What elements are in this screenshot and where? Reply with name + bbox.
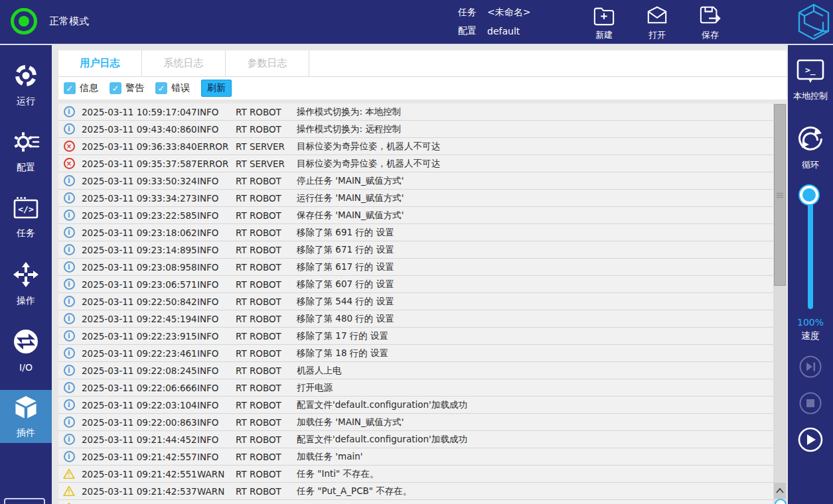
scroll-to-top-button[interactable] xyxy=(774,483,786,499)
log-level: INFO xyxy=(197,365,236,376)
log-scrollbar[interactable] xyxy=(773,103,787,504)
sidebar-item-task[interactable]: </> 任务 xyxy=(0,191,52,244)
log-row[interactable]: 2025-03-11 09:22:50:842 INFO RT ROBOT 移除… xyxy=(58,293,787,310)
loop-label: 循环 xyxy=(788,159,833,171)
info-icon xyxy=(64,261,75,273)
loop-item[interactable]: 循环 xyxy=(788,123,833,171)
sidebar-item-plugin[interactable]: 插件 xyxy=(0,390,52,443)
log-row[interactable]: 2025-03-11 09:22:00:863 INFO RT ROBOT 加载… xyxy=(58,414,787,431)
log-row[interactable]: 2025-03-11 09:22:45:194 INFO RT ROBOT 移除… xyxy=(58,310,787,328)
log-time: 2025-03-11 09:21:42:551 xyxy=(82,469,196,479)
log-level: INFO xyxy=(197,452,236,462)
tab-system-log[interactable]: 系统日志 xyxy=(142,50,226,76)
tab-parameter-log[interactable]: 参数日志 xyxy=(226,50,309,76)
log-row[interactable]: 2025-03-11 09:33:34:273 INFO RT ROBOT 运行… xyxy=(58,190,787,207)
log-row[interactable]: 2025-03-11 09:36:33:840 ERROR RT SERVER … xyxy=(58,138,787,155)
checkbox-checked-icon xyxy=(155,82,167,94)
log-row-partial: ! xyxy=(58,500,787,504)
log-row[interactable]: 2025-03-11 09:22:03:104 INFO RT ROBOT 配置… xyxy=(58,397,787,414)
sidebar-item-label: 操作 xyxy=(17,295,35,307)
speed-label: 速度 xyxy=(788,330,833,342)
log-level: INFO xyxy=(197,383,236,393)
log-row[interactable]: 2025-03-11 09:35:37:587 ERROR RT SERVER … xyxy=(58,155,787,172)
info-icon xyxy=(64,451,75,462)
log-level: ERROR xyxy=(197,158,236,169)
sidebar-item-label: 任务 xyxy=(17,227,35,239)
log-row[interactable]: 2025-03-11 09:22:23:915 INFO RT ROBOT 移除… xyxy=(58,328,787,345)
sidebar-item-config[interactable]: 配置 xyxy=(0,125,52,178)
log-source: RT ROBOT xyxy=(236,400,297,410)
log-source: RT ROBOT xyxy=(236,210,297,221)
log-time: 2025-03-11 09:23:14:895 xyxy=(82,245,196,255)
filter-error-checkbox[interactable]: 错误 xyxy=(155,82,190,94)
sidebar-item-io[interactable]: I/O xyxy=(0,324,52,377)
log-row[interactable]: 2025-03-11 09:22:06:666 INFO RT ROBOT 打开… xyxy=(58,379,787,397)
sidebar-item-jog[interactable]: 操作 xyxy=(0,257,52,310)
log-row[interactable]: 2025-03-11 09:43:40:860 INFO RT ROBOT 操作… xyxy=(58,121,787,138)
log-level: INFO xyxy=(197,400,236,410)
log-time: 2025-03-11 09:22:08:245 xyxy=(82,365,196,376)
log-time: 2025-03-11 09:23:08:958 xyxy=(82,262,196,273)
stop-button[interactable] xyxy=(799,392,822,417)
save-button[interactable]: 保存 xyxy=(692,5,729,41)
log-row[interactable]: ! 2025-03-11 09:21:42:537 WARN RT ROBOT … xyxy=(58,483,787,500)
info-icon xyxy=(64,313,75,324)
log-source: RT ROBOT xyxy=(236,469,297,479)
log-row[interactable]: 2025-03-11 09:23:22:585 INFO RT ROBOT 保存… xyxy=(58,207,787,224)
log-row[interactable]: 2025-03-11 09:21:44:452 INFO RT ROBOT 配置… xyxy=(58,431,787,448)
info-icon xyxy=(64,244,75,255)
refresh-button[interactable]: 刷新 xyxy=(201,80,232,97)
partial-scroll-badge xyxy=(775,499,787,504)
config-gear-icon xyxy=(12,129,40,157)
new-button-label: 新建 xyxy=(595,29,613,41)
log-row[interactable]: 2025-03-11 09:23:08:958 INFO RT ROBOT 移除… xyxy=(58,259,787,276)
robot-control-app: 正常模式 任务 <未命名> 配置 default 新建 xyxy=(0,0,833,504)
log-time: 2025-03-11 09:23:22:585 xyxy=(82,210,196,221)
log-message: 任务 "Put_A_PCB" 不存在。 xyxy=(297,485,787,497)
log-row[interactable]: 2025-03-11 10:59:17:047 INFO RT ROBOT 操作… xyxy=(58,103,787,121)
speed-slider-handle[interactable] xyxy=(800,186,818,204)
open-button[interactable]: 打开 xyxy=(639,5,676,41)
brand-cube-logo xyxy=(796,2,832,44)
log-message: 移除了第 671 行的 设置 xyxy=(297,244,787,256)
scrollbar-thumb[interactable] xyxy=(774,104,786,286)
sidebar-item-run[interactable]: 运行 xyxy=(0,58,52,111)
info-icon xyxy=(64,347,75,359)
filter-info-checkbox[interactable]: 信息 xyxy=(64,82,98,94)
log-row[interactable]: 2025-03-11 09:33:50:324 INFO RT ROBOT 停止… xyxy=(58,172,787,190)
log-source: RT ROBOT xyxy=(236,314,297,324)
log-row[interactable]: 2025-03-11 09:23:06:571 INFO RT ROBOT 移除… xyxy=(58,276,787,293)
task-code-icon: </> xyxy=(13,196,39,223)
log-row[interactable]: ! 2025-03-11 09:21:42:551 WARN RT ROBOT … xyxy=(58,466,787,483)
checkbox-checked-icon xyxy=(64,82,76,94)
info-icon xyxy=(64,192,75,204)
sidebar-item-label: 插件 xyxy=(17,427,35,439)
log-message: 打开电源 xyxy=(297,382,787,394)
error-icon xyxy=(64,158,75,169)
play-button[interactable] xyxy=(798,427,823,455)
log-row[interactable]: 2025-03-11 09:23:18:062 INFO RT ROBOT 移除… xyxy=(58,224,787,241)
info-icon xyxy=(64,227,75,238)
sidebar-item-label: I/O xyxy=(19,362,33,373)
tab-user-log[interactable]: 用户日志 xyxy=(58,50,142,76)
log-time: 2025-03-11 09:36:33:840 xyxy=(82,141,196,152)
log-row[interactable]: 2025-03-11 09:22:08:245 INFO RT ROBOT 机器… xyxy=(58,362,787,379)
log-time: 2025-03-11 09:23:06:571 xyxy=(82,279,196,290)
log-row[interactable]: 2025-03-11 09:22:23:461 INFO RT ROBOT 移除… xyxy=(58,345,787,362)
local-control-item[interactable]: >_ 本地控制 xyxy=(788,58,833,102)
new-button[interactable]: 新建 xyxy=(585,5,623,41)
log-message: 加载任务 'MAIN_赋值方式' xyxy=(297,416,787,428)
plugin-cube-icon xyxy=(13,394,39,422)
filter-warning-checkbox[interactable]: 警告 xyxy=(110,82,144,94)
log-row[interactable]: 2025-03-11 09:23:14:895 INFO RT ROBOT 移除… xyxy=(58,241,787,259)
speed-slider-track[interactable] xyxy=(808,199,813,309)
log-row[interactable]: 2025-03-11 09:21:42:557 INFO RT ROBOT 加载… xyxy=(58,448,787,466)
step-button[interactable] xyxy=(799,355,822,381)
run-icon xyxy=(13,62,39,91)
log-message: 移除了第 691 行的 设置 xyxy=(297,227,787,239)
status-green-icon xyxy=(11,8,37,34)
save-button-label: 保存 xyxy=(702,29,719,41)
log-level: INFO xyxy=(197,348,236,359)
log-source: RT ROBOT xyxy=(236,227,297,238)
log-level: INFO xyxy=(197,210,236,221)
